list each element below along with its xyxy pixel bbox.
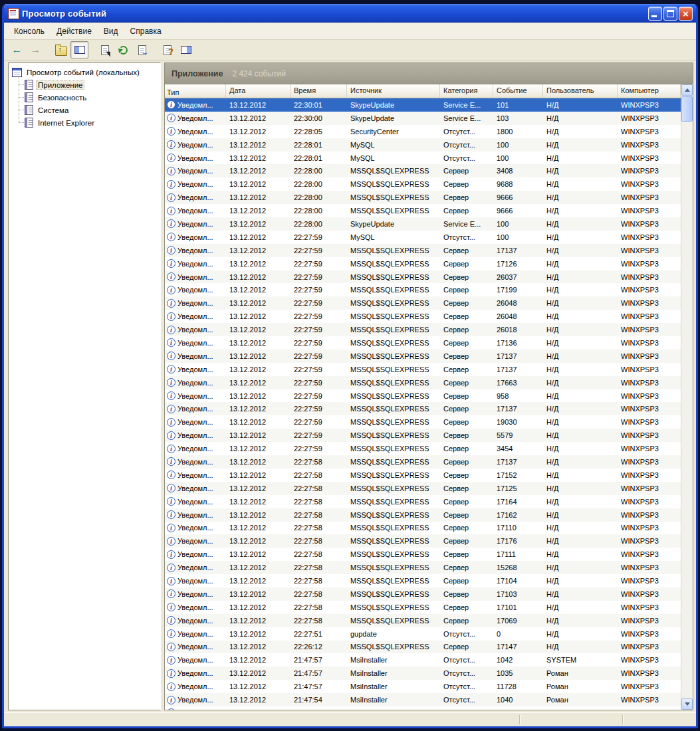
event-id-cell: 100 <box>493 220 543 228</box>
time-cell: 22:28:01 <box>291 141 347 149</box>
column-header-source[interactable]: Источник <box>347 84 440 98</box>
title-bar[interactable]: Просмотр событий × <box>4 4 696 23</box>
event-row[interactable]: Уведомл...13.12.201222:27:59MSSQL$SQLEXP… <box>165 363 681 376</box>
tree-root-item[interactable]: Просмотр событий (локальных) <box>10 66 159 78</box>
event-row[interactable]: Уведомл...13.12.201222:27:58MSSQL$SQLEXP… <box>165 548 681 561</box>
forward-button[interactable]: → <box>27 41 45 58</box>
export-list-button[interactable]: → <box>133 41 151 58</box>
event-row[interactable]: Уведомл...13.12.201222:27:59MSSQL$SQLEXP… <box>165 296 681 310</box>
event-row[interactable]: Уведомл...13.12.201222:26:12MSSQL$SQLEXP… <box>165 641 681 654</box>
event-row[interactable]: Уведомл...13.12.201222:27:58MSSQL$SQLEXP… <box>165 495 681 508</box>
scrollbar-track[interactable] <box>681 122 693 698</box>
event-row[interactable]: Уведомл...13.12.201221:47:54MsiInstaller… <box>165 693 681 706</box>
event-row[interactable]: Уведомл...13.12.201222:27:58MSSQL$SQLEXP… <box>165 561 681 574</box>
scrollbar-thumb[interactable] <box>681 96 693 122</box>
user-cell: Н/Д <box>543 524 618 532</box>
tree-item-system[interactable]: Система <box>19 104 159 116</box>
time-cell: 22:27:58 <box>291 577 347 585</box>
event-row[interactable]: Уведомл...13.12.201222:27:59MSSQL$SQLEXP… <box>165 336 681 350</box>
tree-item-application[interactable]: Приложение <box>19 78 159 91</box>
event-row[interactable]: Уведомл...13.12.201221:47:57MsiInstaller… <box>165 653 681 667</box>
tree-item-security[interactable]: Безопасность <box>19 91 159 104</box>
show-tree-button[interactable] <box>70 41 88 58</box>
column-header-time[interactable]: Время <box>291 84 347 98</box>
event-row[interactable]: Уведомл...13.12.201222:27:59MSSQL$SQLEXP… <box>165 429 681 442</box>
source-cell: MSSQL$SQLEXPRESS <box>347 299 440 307</box>
event-row[interactable]: Уведомл...13.12.201222:27:58MSSQL$SQLEXP… <box>165 534 681 548</box>
event-row[interactable]: Уведомл...13.12.201222:27:51gupdateОтсут… <box>165 627 681 641</box>
event-type-cell: Уведомл... <box>165 537 226 546</box>
event-row[interactable]: Уведомл...13.12.201222:28:00MSSQL$SQLEXP… <box>165 204 681 217</box>
event-row[interactable]: Уведомл...13.12.201222:27:58MSSQL$SQLEXP… <box>165 455 681 469</box>
event-row[interactable]: Уведомл...13.12.201222:28:01MySQLОтсутст… <box>165 138 681 152</box>
up-level-button[interactable] <box>52 41 70 58</box>
event-row[interactable]: Уведомл...13.12.201222:27:59MSSQL$SQLEXP… <box>165 415 681 429</box>
column-header-type[interactable]: Тип <box>165 84 226 98</box>
event-type-label: Уведомл... <box>177 669 213 677</box>
menu-item-view[interactable]: Вид <box>98 25 124 38</box>
event-type-cell: Уведомл... <box>165 219 226 228</box>
event-row[interactable]: Уведомл...13.12.201222:28:00MSSQL$SQLEXP… <box>165 164 681 177</box>
column-header-event[interactable]: Событие <box>493 84 543 98</box>
event-row[interactable]: Уведомл...13.12.201222:28:00MSSQL$SQLEXP… <box>165 177 681 191</box>
event-row[interactable]: Уведомл...13.12.201222:27:59MySQLОтсутст… <box>165 231 681 244</box>
tree-item-internet-explorer[interactable]: Internet Explorer <box>19 116 159 129</box>
event-row[interactable]: Уведомл...13.12.201222:28:01MySQLОтсутст… <box>165 152 681 165</box>
event-row[interactable]: Уведомл...13.12.201222:27:59MSSQL$SQLEXP… <box>165 257 681 270</box>
event-row[interactable]: Уведомл...13.12.201222:27:59MSSQL$SQLEXP… <box>165 270 681 284</box>
event-row[interactable]: Уведомл...13.12.201222:27:59MSSQL$SQLEXP… <box>165 310 681 323</box>
maximize-button[interactable] <box>663 7 677 21</box>
event-row[interactable]: Уведомл...13.12.201222:27:59MSSQL$SQLEXP… <box>165 350 681 363</box>
menu-item-help[interactable]: Справка <box>124 25 168 38</box>
event-row[interactable]: Уведомл...13.12.201222:27:58MSSQL$SQLEXP… <box>165 522 681 535</box>
event-row[interactable]: Уведомл...13.12.201222:28:05SecurityCent… <box>165 125 681 138</box>
toolbar-separator <box>45 40 51 60</box>
scroll-down-button[interactable] <box>681 698 693 710</box>
refresh-button[interactable] <box>114 41 132 58</box>
event-row[interactable]: Уведомл...13.12.201222:27:58MSSQL$SQLEXP… <box>165 574 681 587</box>
column-header-date[interactable]: Дата <box>226 84 291 98</box>
event-row[interactable]: Уведомл...13.12.201222:27:59MSSQL$SQLEXP… <box>165 389 681 403</box>
event-row[interactable]: Уведомл...13.12.201222:27:59MSSQL$SQLEXP… <box>165 376 681 389</box>
minimize-button[interactable] <box>648 7 662 21</box>
close-button[interactable]: × <box>679 7 693 21</box>
event-type-cell: Уведомл... <box>165 286 226 294</box>
event-row[interactable]: Уведомл...13.12.201221:47:57MsiInstaller… <box>165 667 681 680</box>
category-cell: Сервер <box>440 366 493 373</box>
event-id-cell: 26037 <box>493 273 543 281</box>
category-cell: Сервер <box>440 445 493 453</box>
event-row[interactable]: Уведомл...13.12.201222:27:58MSSQL$SQLEXP… <box>165 508 681 522</box>
category-cell: Сервер <box>440 577 493 585</box>
event-row[interactable]: Уведомл...13.12.201222:28:00SkypeUpdateS… <box>165 217 681 231</box>
time-cell: 22:27:59 <box>291 233 347 241</box>
event-row[interactable]: Уведомл...13.12.201222:28:00MSSQL$SQLEXP… <box>165 191 681 204</box>
column-header-computer[interactable]: Компьютер <box>618 84 681 98</box>
event-row[interactable]: Уведомл...13.12.201222:27:59MSSQL$SQLEXP… <box>165 402 681 415</box>
event-row[interactable]: Уведомл...13.12.201221:47:57MsiInstaller… <box>165 680 681 693</box>
event-row[interactable]: Уведомл...13.12.201222:27:59MSSQL$SQLEXP… <box>165 244 681 257</box>
event-row[interactable]: Уведомл...13.12.201222:27:58MSSQL$SQLEXP… <box>165 614 681 627</box>
event-row[interactable]: Уведомл...13.12.201222:27:58MSSQL$SQLEXP… <box>165 469 681 482</box>
event-row[interactable]: Уведомл...13.12.201221:37:00gupdateОтсут… <box>165 706 681 710</box>
event-row[interactable]: Уведомл...13.12.201222:27:59MSSQL$SQLEXP… <box>165 323 681 336</box>
menu-item-console[interactable]: Консоль <box>8 25 51 38</box>
back-button[interactable]: ← <box>8 41 26 58</box>
details-pane-button[interactable] <box>177 41 195 58</box>
event-row[interactable]: Уведомл...13.12.201222:27:58MSSQL$SQLEXP… <box>165 587 681 601</box>
computer-cell: WINXPSP3 <box>618 577 681 585</box>
column-header-user[interactable]: Пользователь <box>543 84 618 98</box>
properties-button[interactable] <box>96 41 114 58</box>
event-row[interactable]: Уведомл...13.12.201222:27:58MSSQL$SQLEXP… <box>165 482 681 495</box>
event-row[interactable]: Уведомл...13.12.201222:27:59MSSQL$SQLEXP… <box>165 283 681 296</box>
event-row[interactable]: Уведомл...13.12.201222:27:58MSSQL$SQLEXP… <box>165 601 681 614</box>
list-body: ТипДатаВремяИсточникКатегорияСобытиеПоль… <box>165 84 693 710</box>
content-area: Просмотр событий (локальных) ПриложениеБ… <box>4 60 696 712</box>
scroll-up-button[interactable] <box>681 84 693 96</box>
vertical-scrollbar[interactable] <box>681 84 693 710</box>
help-topics-button[interactable]: ? <box>158 41 176 58</box>
event-row[interactable]: Уведомл...13.12.201222:30:01SkypeUpdateS… <box>165 98 681 112</box>
column-header-category[interactable]: Категория <box>440 84 493 98</box>
menu-item-action[interactable]: Действие <box>51 25 98 38</box>
event-row[interactable]: Уведомл...13.12.201222:30:00SkypeUpdateS… <box>165 112 681 125</box>
event-row[interactable]: Уведомл...13.12.201222:27:59MSSQL$SQLEXP… <box>165 442 681 455</box>
